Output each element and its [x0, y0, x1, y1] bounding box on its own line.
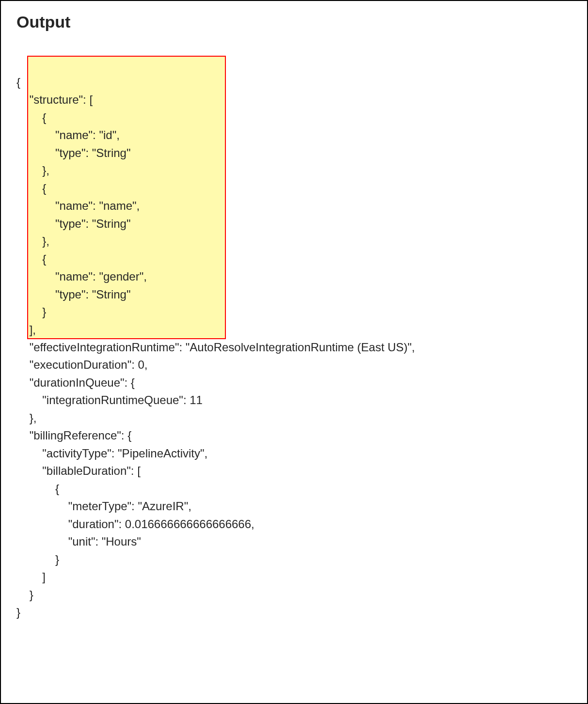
json-line: { [16, 252, 46, 266]
json-output-block: { "structure": [ { "name": "id", "type":… [16, 38, 572, 657]
json-line: ], [16, 323, 36, 336]
json-line: "billableDuration": [ [16, 464, 141, 477]
json-line: "name": "id", [16, 128, 120, 141]
json-line: "billingReference": { [16, 429, 131, 442]
json-line: } [16, 553, 59, 566]
json-line: "name": "name", [16, 199, 140, 212]
json-line: "type": "String" [16, 288, 131, 301]
json-line: { [16, 111, 46, 124]
json-line: "durationInQueue": { [16, 376, 135, 389]
json-line: "structure": [ [16, 93, 93, 106]
json-content: { "structure": [ { "name": "id", "type":… [16, 74, 572, 622]
json-line: "activityType": "PipelineActivity", [16, 447, 207, 460]
json-line: } [16, 588, 33, 601]
json-line: "effectiveIntegrationRuntime": "AutoReso… [16, 341, 415, 354]
json-line: "name": "gender", [16, 270, 147, 283]
json-line: "integrationRuntimeQueue": 11 [16, 393, 203, 407]
json-line: }, [16, 164, 49, 177]
json-line: "executionDuration": 0, [16, 358, 148, 371]
json-line: "duration": 0.016666666666666666, [16, 517, 254, 531]
json-line: "meterType": "AzureIR", [16, 500, 191, 513]
json-line: }, [16, 411, 36, 424]
json-line: "type": "String" [16, 146, 131, 159]
json-line: } [16, 606, 20, 619]
output-heading: Output [16, 13, 572, 31]
json-line: } [16, 305, 46, 318]
json-line: }, [16, 235, 49, 248]
json-line: "type": "String" [16, 217, 131, 230]
json-line: { [16, 76, 20, 89]
json-line: "unit": "Hours" [16, 535, 141, 548]
json-line: ] [16, 570, 46, 583]
output-panel: Output { "structure": [ { "name": "id", … [0, 0, 588, 704]
json-line: { [16, 182, 46, 195]
json-line: { [16, 482, 59, 495]
